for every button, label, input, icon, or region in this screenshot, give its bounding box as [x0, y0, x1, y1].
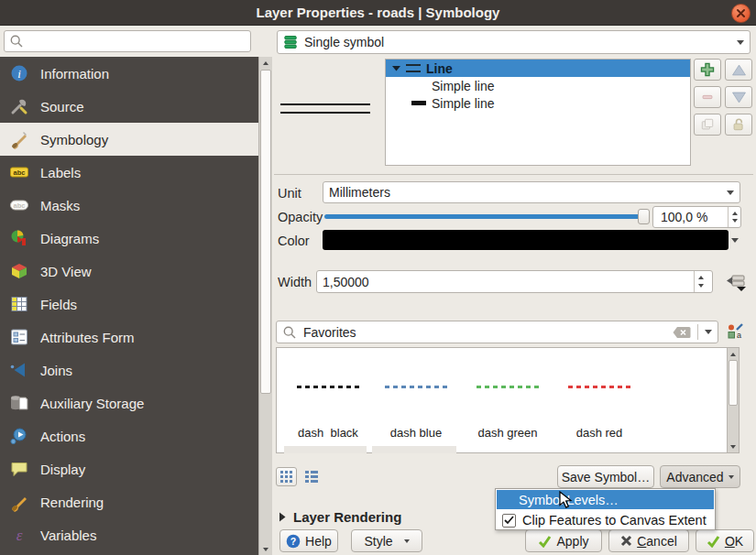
symbol-search-input[interactable]: Favorites — [276, 321, 718, 343]
tree-item-simple-line-1[interactable]: Simple line — [386, 77, 690, 94]
renderer-combobox[interactable]: Single symbol — [277, 30, 751, 54]
variables-icon: ε — [8, 525, 30, 545]
color-dropdown-button[interactable] — [729, 238, 741, 243]
scroll-up-icon[interactable] — [728, 348, 739, 360]
symbol-item-dash-blue[interactable]: dash blue — [372, 348, 460, 445]
sidebar-scrollbar-thumb[interactable] — [260, 70, 271, 394]
sidebar-item-auxiliary-storage[interactable]: Auxiliary Storage — [0, 386, 258, 419]
close-button[interactable] — [731, 4, 751, 23]
up-arrow-icon — [731, 63, 747, 77]
symbol-filter-dropdown-icon[interactable] — [705, 330, 712, 334]
window-title: Layer Properties - roads | Symbology — [257, 5, 500, 20]
sidebar-item-variables[interactable]: ε Variables — [0, 518, 258, 551]
minus-icon — [699, 89, 716, 105]
menu-item-symbol-levels[interactable]: Symbol Levels… — [497, 490, 714, 509]
partial-symbol-item — [284, 446, 367, 453]
scroll-down-icon[interactable] — [259, 543, 272, 555]
svg-text:i: i — [17, 67, 21, 81]
scroll-down-icon[interactable] — [728, 441, 739, 452]
lock-button[interactable] — [725, 114, 752, 136]
grid-view-icon — [280, 471, 292, 483]
symbology-icon — [8, 129, 30, 149]
attributes-form-icon — [8, 327, 30, 347]
chevron-down-icon — [404, 539, 410, 543]
sidebar-item-joins[interactable]: Joins — [0, 354, 258, 386]
ok-button[interactable]: OK — [696, 529, 754, 552]
icon-view-button[interactable] — [276, 467, 297, 486]
symbol-name: dash red — [555, 426, 643, 440]
fields-icon — [8, 294, 30, 314]
color-swatch[interactable] — [323, 230, 729, 250]
sidebar-item-diagrams[interactable]: Diagrams — [0, 222, 258, 255]
sidebar-scrollbar[interactable] — [258, 57, 272, 555]
symbol-list-scrollbar[interactable] — [727, 348, 739, 452]
opacity-slider[interactable] — [324, 214, 641, 219]
spin-buttons[interactable] — [728, 207, 740, 227]
remove-symbol-layer-button[interactable] — [694, 86, 721, 108]
partial-symbol-item — [372, 446, 456, 453]
color-widget[interactable] — [323, 230, 741, 250]
sidebar-item-attributes-form[interactable]: Attributes Form — [0, 321, 258, 354]
symbol-item-dash-red[interactable]: dash red — [555, 348, 643, 445]
sidebar-item-actions[interactable]: Actions — [0, 419, 258, 452]
save-symbol-button[interactable]: Save Symbol… — [557, 465, 654, 488]
sidebar-item-fields[interactable]: Fields — [0, 288, 258, 321]
sidebar-item-masks[interactable]: abc Masks — [0, 189, 258, 222]
symbol-list-scrollbar-thumb[interactable] — [729, 360, 738, 406]
tree-item-label: Line — [426, 61, 453, 76]
tree-item-line[interactable]: Line — [386, 60, 690, 77]
sidebar-item-label: Source — [40, 99, 84, 114]
symbol-item-dash-green[interactable]: dash green — [464, 348, 552, 445]
titlebar[interactable]: Layer Properties - roads | Symbology — [0, 0, 756, 26]
sidebar-item-information[interactable]: i Information — [0, 57, 258, 90]
style-manager-button[interactable]: a — [724, 321, 746, 343]
tree-item-label: Simple line — [432, 96, 494, 111]
opacity-spinbox[interactable]: 100,0 % — [652, 206, 741, 228]
unit-label: Unit — [278, 182, 301, 204]
sidebar-item-display[interactable]: Display — [0, 452, 258, 485]
add-symbol-layer-button[interactable] — [694, 59, 721, 81]
move-up-button[interactable] — [725, 59, 752, 81]
sidebar-item-symbology[interactable]: Symbology — [0, 123, 258, 156]
svg-text:abc: abc — [14, 201, 26, 210]
move-down-button[interactable] — [725, 86, 752, 108]
dash-preview — [297, 386, 359, 388]
sidebar-item-source[interactable]: Source — [0, 90, 258, 123]
search-icon — [9, 34, 24, 49]
spin-buttons[interactable] — [694, 271, 707, 292]
sidebar-item-labels[interactable]: abc Labels — [0, 156, 258, 189]
sidebar-search-input[interactable] — [4, 30, 251, 52]
svg-text:?: ? — [290, 536, 296, 547]
advanced-button[interactable]: Advanced — [660, 465, 740, 488]
information-icon: i — [8, 63, 30, 83]
sidebar-item-label: Joins — [40, 363, 72, 378]
width-value: 1,50000 — [323, 275, 694, 289]
duplicate-button[interactable] — [694, 114, 721, 136]
cancel-button[interactable]: Cancel — [608, 529, 689, 552]
symbol-list: dash black dash blue dash green dash red — [276, 347, 740, 453]
sidebar-item-rendering[interactable]: Rendering — [0, 485, 258, 518]
style-button[interactable]: Style — [351, 529, 422, 552]
width-spinbox[interactable]: 1,50000 — [316, 270, 713, 293]
color-label: Color — [278, 230, 310, 252]
cancel-label: Cancel — [637, 534, 677, 549]
data-defined-override-button[interactable] — [722, 271, 750, 293]
clear-search-icon[interactable] — [673, 326, 691, 339]
tree-item-simple-line-2[interactable]: Simple line — [386, 94, 690, 112]
unit-combobox[interactable]: Millimeters — [323, 181, 740, 203]
opacity-slider-handle[interactable] — [638, 209, 650, 224]
checkbox-checked-icon[interactable] — [502, 514, 516, 528]
menu-item-clip-features[interactable]: Clip Features to Canvas Extent — [496, 510, 715, 530]
renderer-value: Single symbol — [304, 35, 731, 49]
symbol-item-dash-black[interactable]: dash black — [284, 348, 372, 445]
scroll-up-icon[interactable] — [259, 57, 272, 69]
source-icon — [8, 96, 30, 116]
list-view-button[interactable] — [301, 467, 322, 486]
layer-rendering-group[interactable]: Layer Rendering — [279, 509, 401, 525]
apply-button[interactable]: Apply — [525, 529, 602, 552]
duplicate-icon — [699, 116, 716, 133]
sidebar-item-3d-view[interactable]: 3D View — [0, 255, 258, 288]
style-label: Style — [364, 534, 392, 549]
help-button[interactable]: ? Help — [279, 529, 338, 552]
svg-text:ε: ε — [16, 527, 23, 544]
